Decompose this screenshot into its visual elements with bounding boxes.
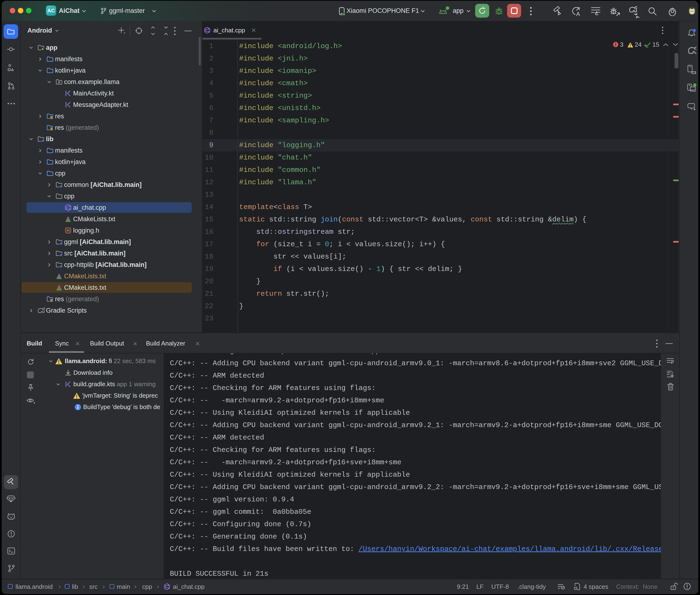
svg-text:C: C: [165, 585, 168, 589]
svg-text:A: A: [576, 11, 580, 17]
svg-text:C: C: [205, 28, 208, 32]
svg-text:C: C: [66, 206, 69, 210]
